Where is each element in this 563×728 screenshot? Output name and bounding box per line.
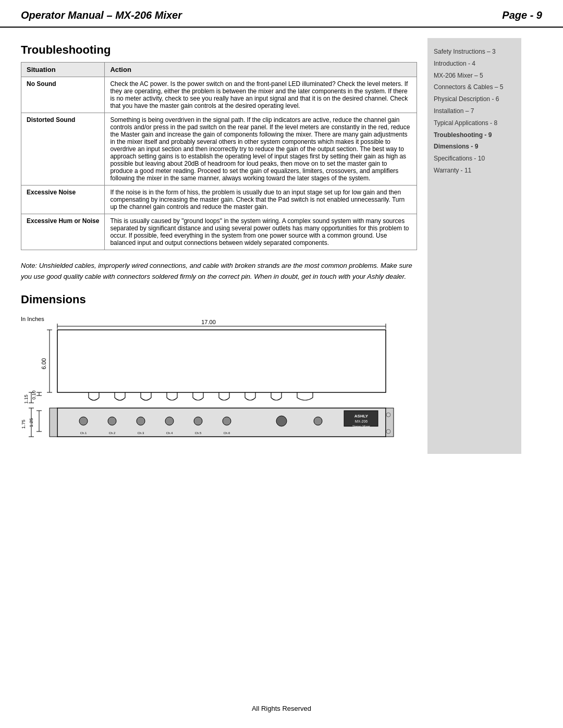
svg-text:Ch.6: Ch.6: [224, 431, 230, 435]
dim-bot2-label: 0.10: [31, 390, 36, 400]
action-cell: Something is being overdriven in the sig…: [105, 113, 417, 186]
sidebar-item: MX-206 Mixer – 5: [434, 70, 515, 82]
dim-rack1-label: 1.75: [21, 419, 26, 429]
sidebar-item: Physical Description - 6: [434, 93, 515, 105]
sidebar-item: Installation – 7: [434, 105, 515, 117]
sidebar: Safety Instructions – 3Introduction - 4M…: [427, 38, 521, 454]
svg-point-19: [165, 417, 174, 425]
col-action: Action: [105, 63, 417, 77]
note-paragraph: Note: Unshielded cables, improperly wire…: [21, 261, 417, 282]
svg-text:Ch.4: Ch.4: [166, 431, 173, 435]
situation-cell: Excessive Hum or Noise: [21, 214, 105, 250]
svg-point-29: [386, 429, 390, 434]
svg-rect-13: [57, 408, 386, 437]
sidebar-item: Specifications - 10: [434, 153, 515, 165]
svg-point-16: [79, 417, 88, 425]
main-content: Troubleshooting Situation Action No Soun…: [21, 38, 427, 454]
dim-rack2-label: 1.25: [29, 418, 34, 427]
svg-point-20: [194, 417, 202, 425]
svg-rect-3: [57, 330, 386, 392]
inches-label: In Inches: [21, 316, 44, 322]
svg-point-23: [314, 417, 322, 425]
svg-rect-14: [50, 408, 57, 437]
page-footer: All Rights Reserved: [0, 705, 563, 712]
header-title: Operator Manual – MX-206 Mixer: [21, 9, 182, 21]
page-wrapper: Operator Manual – MX-206 Mixer Page - 9 …: [0, 0, 563, 728]
dimensions-heading: Dimensions: [21, 293, 417, 306]
action-cell: This is usually caused by "ground loops"…: [105, 214, 417, 250]
sidebar-item: Warranty - 11: [434, 165, 515, 177]
action-cell: If the noise is in the form of hiss, the…: [105, 186, 417, 214]
svg-point-28: [386, 413, 390, 417]
sidebar-item: Safety Instructions – 3: [434, 46, 515, 58]
svg-text:ASHLY: ASHLY: [354, 414, 369, 418]
svg-rect-24: [344, 411, 378, 426]
svg-text:Stereo Mixer: Stereo Mixer: [352, 425, 370, 428]
page-header: Operator Manual – MX-206 Mixer Page - 9: [0, 0, 563, 28]
svg-point-18: [137, 417, 145, 425]
situation-cell: No Sound: [21, 77, 105, 113]
svg-point-17: [108, 417, 116, 425]
table-row: Excessive Hum or NoiseThis is usually ca…: [21, 214, 417, 250]
dimensions-svg: In Inches 17.00: [21, 312, 401, 452]
connector-cutouts: [89, 392, 313, 400]
sidebar-item: Typical Applications - 8: [434, 117, 515, 129]
svg-text:MX-206: MX-206: [355, 419, 368, 423]
table-row: Distorted SoundSomething is being overdr…: [21, 113, 417, 186]
dimensions-diagram-container: In Inches 17.00: [21, 312, 417, 454]
svg-point-21: [223, 417, 231, 425]
sidebar-item: Troubleshooting - 9: [434, 129, 515, 141]
table-row: No SoundCheck the AC power. Is the power…: [21, 77, 417, 113]
dimensions-section: Dimensions In Inches 17.00: [21, 293, 417, 454]
svg-text:Ch.5: Ch.5: [195, 431, 202, 435]
content-area: Troubleshooting Situation Action No Soun…: [0, 28, 563, 464]
header-page: Page - 9: [502, 9, 542, 21]
table-row: Excessive NoiseIf the noise is in the fo…: [21, 186, 417, 214]
situation-cell: Distorted Sound: [21, 113, 105, 186]
troubleshooting-table: Situation Action No SoundCheck the AC po…: [21, 62, 417, 250]
svg-point-22: [276, 416, 287, 426]
situation-cell: Excessive Noise: [21, 186, 105, 214]
troubleshooting-heading: Troubleshooting: [21, 43, 417, 57]
action-cell: Check the AC power. Is the power switch …: [105, 77, 417, 113]
sidebar-item: Connectors & Cables – 5: [434, 81, 515, 93]
svg-text:Ch.2: Ch.2: [109, 431, 116, 435]
dim-width-label: 17.00: [201, 319, 216, 325]
svg-text:Ch.1: Ch.1: [80, 431, 87, 435]
sidebar-item: Introduction - 4: [434, 58, 515, 70]
svg-text:Ch.3: Ch.3: [138, 431, 144, 435]
sidebar-item: Dimensions - 9: [434, 141, 515, 153]
col-situation: Situation: [21, 63, 105, 77]
dim-height-label: 6.00: [41, 358, 47, 369]
footer-text: All Rights Reserved: [252, 705, 311, 712]
dim-bot1-label: 1.15: [23, 394, 29, 404]
